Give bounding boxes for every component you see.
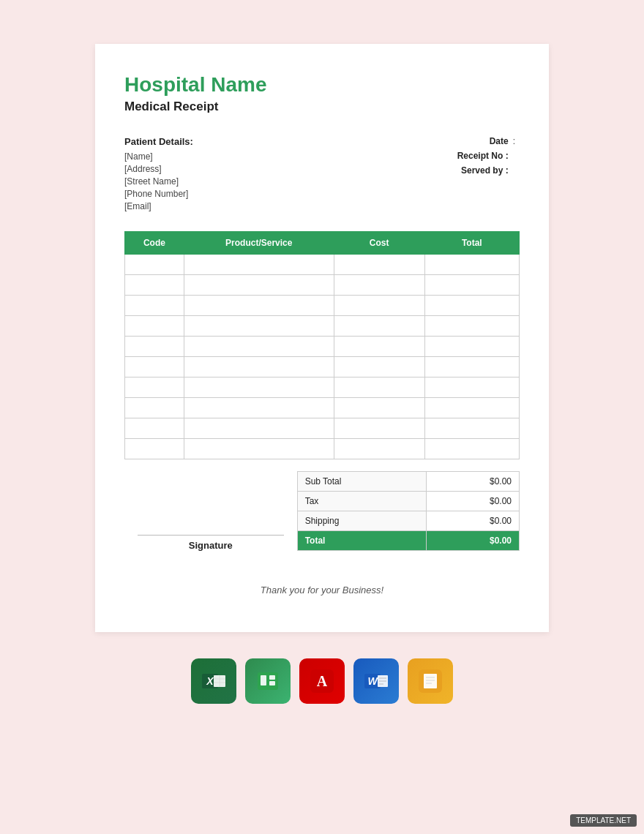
table-row bbox=[125, 357, 520, 377]
table-cell bbox=[334, 296, 424, 316]
served-by-label: Served by : bbox=[450, 165, 509, 176]
table-cell bbox=[184, 316, 334, 337]
shipping-label: Shipping bbox=[297, 511, 426, 531]
patient-details-label: Patient Details: bbox=[124, 136, 193, 147]
table-cell bbox=[424, 255, 519, 275]
table-cell bbox=[424, 337, 519, 357]
table-cell bbox=[184, 398, 334, 418]
table-cell bbox=[125, 418, 184, 439]
info-section: Patient Details: [Name] [Address] [Stree… bbox=[124, 136, 520, 214]
table-cell bbox=[424, 316, 519, 337]
col-header-cost: Cost bbox=[334, 232, 424, 255]
table-row bbox=[125, 296, 520, 316]
receipt-no-label: Receipt No : bbox=[450, 151, 509, 161]
table-row bbox=[125, 316, 520, 337]
sub-total-row: Sub Total $0.00 bbox=[297, 472, 519, 492]
table-cell bbox=[334, 357, 424, 377]
table-cell bbox=[334, 337, 424, 357]
items-table: Code Product/Service Cost Total bbox=[124, 231, 520, 459]
svg-text:A: A bbox=[317, 673, 328, 689]
app-icon-acrobat[interactable]: A bbox=[299, 658, 345, 704]
table-cell bbox=[334, 439, 424, 459]
table-cell bbox=[184, 296, 334, 316]
app-icon-numbers[interactable] bbox=[245, 658, 291, 704]
watermark: TEMPLATE.NET bbox=[570, 814, 637, 827]
table-cell bbox=[184, 377, 334, 398]
sub-total-label: Sub Total bbox=[297, 472, 426, 492]
table-cell bbox=[125, 337, 184, 357]
patient-details: Patient Details: [Name] [Address] [Stree… bbox=[124, 136, 193, 214]
svg-rect-19 bbox=[424, 674, 437, 688]
app-icon-pages[interactable] bbox=[408, 658, 453, 704]
sub-total-value: $0.00 bbox=[426, 472, 519, 492]
shipping-row: Shipping $0.00 bbox=[297, 511, 519, 531]
total-label: Total bbox=[297, 531, 426, 551]
table-cell bbox=[184, 439, 334, 459]
table-cell bbox=[424, 296, 519, 316]
table-cell bbox=[125, 316, 184, 337]
table-cell bbox=[125, 377, 184, 398]
svg-rect-9 bbox=[269, 681, 275, 685]
patient-address: [Address] bbox=[124, 164, 193, 174]
shipping-value: $0.00 bbox=[426, 511, 519, 531]
svg-rect-7 bbox=[261, 675, 266, 685]
table-cell bbox=[125, 255, 184, 275]
svg-text:X: X bbox=[206, 675, 214, 687]
table-cell bbox=[125, 275, 184, 296]
table-cell bbox=[184, 357, 334, 377]
table-row bbox=[125, 377, 520, 398]
table-cell bbox=[424, 275, 519, 296]
table-cell bbox=[334, 377, 424, 398]
table-row bbox=[125, 275, 520, 296]
svg-text:W: W bbox=[367, 675, 378, 687]
total-row: Total $0.00 bbox=[297, 531, 519, 551]
table-cell bbox=[334, 398, 424, 418]
tax-row: Tax $0.00 bbox=[297, 492, 519, 511]
table-cell bbox=[125, 357, 184, 377]
served-by-row: Served by : bbox=[450, 165, 520, 176]
signature-label: Signature bbox=[189, 540, 233, 551]
tax-label: Tax bbox=[297, 492, 426, 511]
total-value: $0.00 bbox=[426, 531, 519, 551]
hospital-name: Hospital Name bbox=[124, 73, 520, 97]
patient-street: [Street Name] bbox=[124, 176, 193, 187]
date-colon: : bbox=[513, 136, 515, 146]
date-label: Date bbox=[450, 136, 509, 146]
table-row bbox=[125, 418, 520, 439]
tax-value: $0.00 bbox=[426, 492, 519, 511]
table-row bbox=[125, 439, 520, 459]
table-row bbox=[125, 337, 520, 357]
table-cell bbox=[184, 255, 334, 275]
totals-table: Sub Total $0.00 Tax $0.00 Shipping $0.00… bbox=[297, 471, 520, 551]
app-icon-excel[interactable]: X bbox=[191, 658, 236, 704]
table-cell bbox=[125, 398, 184, 418]
app-icon-word[interactable]: W bbox=[353, 658, 399, 704]
col-header-total: Total bbox=[424, 232, 519, 255]
patient-email: [Email] bbox=[124, 201, 193, 211]
table-cell bbox=[424, 418, 519, 439]
table-cell bbox=[125, 296, 184, 316]
table-cell bbox=[424, 398, 519, 418]
table-cell bbox=[125, 439, 184, 459]
signature-line bbox=[138, 535, 284, 536]
table-cell bbox=[334, 255, 424, 275]
receipt-meta: Date : Receipt No : Served by : bbox=[450, 136, 520, 214]
receipt-title: Medical Receipt bbox=[124, 99, 520, 114]
col-header-code: Code bbox=[125, 232, 184, 255]
table-cell bbox=[184, 418, 334, 439]
table-cell bbox=[334, 275, 424, 296]
bottom-section: Signature Sub Total $0.00 Tax $0.00 Ship… bbox=[124, 471, 520, 551]
table-cell bbox=[424, 377, 519, 398]
receipt-no-row: Receipt No : bbox=[450, 151, 520, 161]
svg-rect-8 bbox=[269, 675, 275, 680]
table-cell bbox=[424, 357, 519, 377]
table-cell bbox=[334, 418, 424, 439]
table-cell bbox=[184, 337, 334, 357]
col-header-product: Product/Service bbox=[184, 232, 334, 255]
patient-name: [Name] bbox=[124, 151, 193, 162]
signature-area: Signature bbox=[124, 535, 297, 551]
patient-phone: [Phone Number] bbox=[124, 189, 193, 199]
thank-you-message: Thank you for your Business! bbox=[124, 577, 520, 596]
table-cell bbox=[334, 316, 424, 337]
table-cell bbox=[184, 275, 334, 296]
